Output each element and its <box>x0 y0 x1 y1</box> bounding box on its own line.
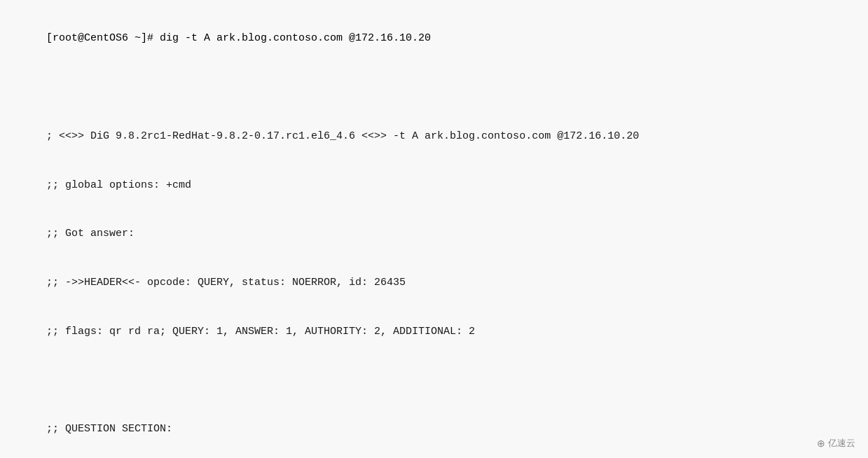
output-line2: ; <<>> DiG 9.8.2rc1-RedHat-9.8.2-0.17.rc… <box>46 130 639 142</box>
output-line5: ;; ->>HEADER<<- opcode: QUERY, status: N… <box>46 277 406 289</box>
output-line6: ;; flags: qr rd ra; QUERY: 1, ANSWER: 1,… <box>46 326 475 338</box>
terminal-content: [root@CentOS6 ~]# dig -t A ark.blog.cont… <box>21 14 847 458</box>
watermark-icon: ⊕ <box>817 438 825 449</box>
prompt-line: [root@CentOS6 ~]# dig -t A ark.blog.cont… <box>46 32 431 44</box>
watermark: ⊕ 亿速云 <box>817 437 855 450</box>
terminal-window: [root@CentOS6 ~]# dig -t A ark.blog.cont… <box>0 0 868 458</box>
output-line4: ;; Got answer: <box>46 228 135 240</box>
output-line3: ;; global options: +cmd <box>46 179 191 191</box>
watermark-text: 亿速云 <box>828 437 855 450</box>
output-line8: ;; QUESTION SECTION: <box>46 423 172 435</box>
